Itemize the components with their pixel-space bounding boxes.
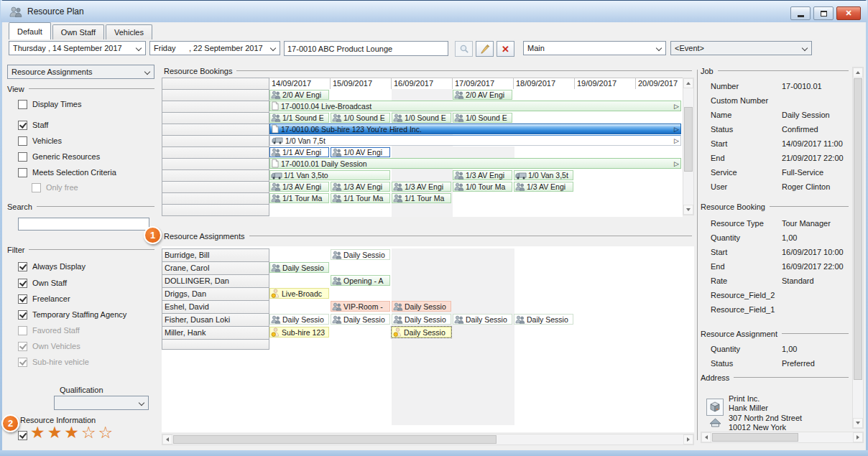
bookings-resource-row[interactable] [162,205,269,216]
booking-bar[interactable]: 17-0010.01 Daily Session▷ [269,158,681,169]
checkbox[interactable] [18,136,27,146]
booking-chip[interactable]: 1/1 Tour Ma [331,193,390,203]
assignments-resource-row[interactable]: Fisher, Dusan Loki [162,314,269,327]
booking-chip[interactable]: 1/3 AV Engi [514,182,573,192]
booking-chip[interactable]: 1/1 Tour Ma [269,193,329,203]
tab-default[interactable]: Default [9,22,51,39]
event-dropdown[interactable]: <Event> [670,41,812,55]
checkbox[interactable] [18,310,27,320]
assignment-chip[interactable]: Daily Sessio [331,314,390,325]
bookings-vertical-scrollbar[interactable] [683,78,694,215]
checkbox[interactable] [18,262,27,271]
assignment-chip[interactable]: Opening - A [331,275,390,286]
star-filled-icon[interactable]: ★ [64,423,81,442]
assignment-chip[interactable]: Sub-hire 123 [269,327,329,338]
bookings-resource-row[interactable] [162,78,269,90]
assignments-resource-row[interactable]: Miller, Hank [162,327,269,340]
booking-chip[interactable]: 1/0 Sound E [453,113,512,123]
selected-assignment-chip[interactable]: Daily Sessio [392,327,451,338]
delete-button[interactable]: ✕ [497,41,514,57]
resource-information-checkbox[interactable] [18,431,27,440]
scrollbar-thumb[interactable] [173,435,497,444]
bookings-resource-row[interactable] [162,113,269,124]
bookings-resource-row[interactable] [162,124,269,136]
booking-chip[interactable]: 1/1 Tour Ma [392,193,451,203]
close-button[interactable]: ✕ [836,6,861,20]
planner-horizontal-scrollbar[interactable] [162,434,694,445]
booking-bar[interactable]: 17-0010.04 Live-Broadcast▷ [269,101,681,111]
checkbox[interactable] [18,294,27,304]
rating-stars[interactable]: ★★★☆☆ [30,424,115,440]
scrollbar-thumb[interactable] [854,78,862,380]
booking-chip[interactable]: 1/0 AV Engi [331,147,390,157]
maximize-button[interactable] [813,6,834,20]
assignment-chip[interactable]: VIP-Room - [331,301,390,312]
mode-dropdown[interactable]: Resource Assignments [7,65,154,79]
checkbox[interactable] [18,279,27,288]
search-input[interactable] [18,218,149,231]
date-to-dropdown[interactable]: Friday , 22 September 2017 [149,41,280,55]
scroll-right-button[interactable] [853,432,863,442]
bookings-resource-row[interactable] [162,159,269,170]
details-vertical-scrollbar[interactable] [852,67,864,429]
checkbox[interactable] [18,342,27,351]
title-bar[interactable]: Resource Plan [1,1,867,22]
checkbox[interactable] [18,168,27,177]
booking-chip[interactable]: 1/3 AV Engi [453,170,512,180]
bookings-resource-row[interactable] [162,136,269,147]
checkbox[interactable] [18,100,27,109]
scroll-left-button[interactable] [162,434,172,445]
tab-own-staff[interactable]: Own Staff [52,24,104,39]
assignments-resource-row[interactable]: DOLLINGER, Dan [162,275,269,288]
booking-chip[interactable]: 2/0 AV Engi [269,90,329,100]
booking-chip[interactable]: 1/0 Sound E [392,113,451,123]
scroll-down-button[interactable] [683,205,693,215]
tab-vehicles[interactable]: Vehicles [106,24,152,39]
assignment-chip[interactable]: Daily Sessio [392,301,451,312]
assignments-resource-row[interactable]: Eshel, David [162,301,269,314]
checkbox[interactable] [18,121,27,130]
assignment-chip[interactable]: Daily Sessio [392,314,451,325]
star-filled-icon[interactable]: ★ [47,423,65,442]
project-field[interactable] [284,41,448,56]
scrollbar-thumb[interactable] [712,433,798,442]
assignments-resource-row[interactable]: Crane, Carol [162,262,269,275]
scroll-left-button[interactable] [701,432,711,442]
booking-chip[interactable]: 1/1 Sound E [269,113,329,123]
booking-chip[interactable]: 2/0 AV Engi [453,90,512,100]
star-empty-icon[interactable]: ☆ [81,423,98,442]
checkbox[interactable] [18,326,27,335]
booking-chip[interactable]: 1/0 Tour Ma [453,182,512,192]
bookings-resource-row[interactable] [162,90,269,101]
date-from-dropdown[interactable]: Thursday , 14 September 2017 [9,41,146,55]
booking-chip[interactable]: 1/3 AV Engi [392,182,451,192]
bookings-resource-row[interactable] [162,101,269,113]
minimize-button[interactable] [790,6,811,20]
booking-chip[interactable]: 1/3 AV Engi [331,182,390,192]
bookings-resource-row[interactable] [162,182,269,193]
assignment-chip[interactable]: Daily Sessio [269,314,329,325]
assignment-chip[interactable]: Daily Sessio [453,314,512,325]
scroll-down-button[interactable] [853,418,863,428]
bookings-grid[interactable]: 2/0 AV Engi2/0 AV Engi17-0010.04 Live-Br… [269,89,683,217]
bookings-resource-row[interactable] [162,170,269,182]
checkbox[interactable] [18,358,27,367]
assignment-chip[interactable]: Daily Sessio [269,262,329,273]
assignments-resource-row[interactable]: Driggs, Dan [162,288,269,301]
bookings-resource-row[interactable] [162,147,269,159]
booking-chip[interactable]: 1/1 Van 3,5to [269,170,390,180]
assignment-chip[interactable]: Daily Sessio [331,249,390,260]
selected-booking-bar[interactable]: 17-0010.06 Sub-hire 123 You're Hired Inc… [269,124,681,134]
bookings-resource-row[interactable] [162,193,269,205]
booking-bar[interactable]: 1/0 Van 7,5t▷ [269,135,681,146]
booking-chip[interactable]: 1/1 AV Engi [269,147,329,157]
scroll-up-button[interactable] [853,68,863,78]
view-layout-dropdown[interactable]: Main [523,41,666,55]
scroll-up-button[interactable] [683,78,693,88]
checkbox[interactable] [32,183,41,192]
assignment-chip[interactable]: Daily Sessio [514,314,573,325]
assignment-chip[interactable]: Live-Broadc [269,288,329,299]
scroll-right-button[interactable] [683,434,693,445]
assignments-resource-row[interactable] [162,340,269,350]
qualification-dropdown[interactable] [54,396,149,410]
